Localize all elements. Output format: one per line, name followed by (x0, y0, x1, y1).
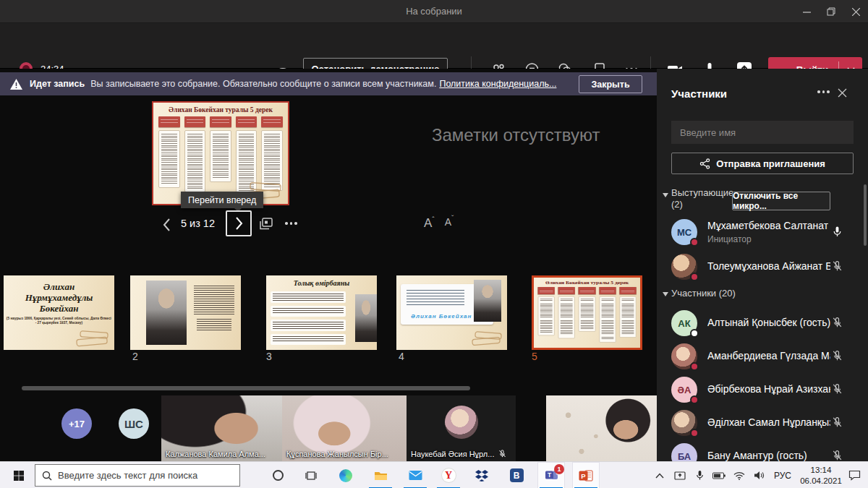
taskbar-search[interactable] (35, 464, 240, 487)
mic-on-icon[interactable] (831, 226, 843, 238)
book-sketch (469, 330, 504, 348)
slide-thumbnail-4[interactable]: Әлихан Бөкейхан (396, 275, 507, 350)
slide-more-options-button[interactable] (285, 222, 297, 225)
participant-row[interactable]: МС Мұхаметбекова Салтанат Инициатор (657, 215, 868, 250)
browse-slides-button[interactable] (258, 215, 275, 236)
time: 13:14 (799, 465, 843, 476)
vk-icon: B (510, 468, 524, 482)
title-bar: На собрании (0, 0, 868, 23)
mic-icon (695, 470, 705, 481)
battery-icon (712, 472, 726, 479)
more-dots-icon (817, 90, 830, 93)
teams-button[interactable]: T 1 (537, 462, 565, 488)
banner-close-button[interactable]: Закрыть (579, 75, 642, 93)
svg-text:P: P (581, 471, 586, 479)
mic-muted-icon[interactable] (831, 260, 843, 273)
restore-button[interactable] (819, 0, 843, 23)
mic-muted-icon[interactable] (831, 350, 843, 362)
current-slide-preview[interactable]: Әлихан Бөкейхан туралы 5 дерек (152, 101, 289, 205)
privacy-policy-link[interactable]: Политика конфиденциаль... (439, 79, 556, 89)
mic-muted-icon[interactable] (831, 416, 843, 429)
powerpoint-icon: P (579, 469, 593, 482)
clock[interactable]: 13:14 06.04.2021 (799, 465, 843, 487)
mail-button[interactable] (401, 462, 429, 488)
participant-row[interactable]: БА Бану Амантур (гость) (657, 440, 868, 461)
tooltip-next: Перейти вперед (181, 192, 263, 208)
next-slide-button[interactable] (226, 210, 252, 236)
cortana-button[interactable] (264, 462, 292, 488)
tray-battery-button[interactable] (709, 462, 729, 488)
recording-banner: Идет запись Вы записываете это собрание.… (0, 72, 657, 95)
slide-thumbnail-1[interactable]: Әлихан Нұрмұхамедұлы Бөкейхан (5 наурыз … (4, 275, 114, 350)
panel-more-button[interactable] (817, 90, 830, 93)
tray-wifi-button[interactable] (729, 462, 749, 488)
edge-icon (339, 469, 352, 482)
vk-button[interactable]: B (503, 462, 530, 488)
close-window-button[interactable] (843, 0, 868, 23)
font-increase-button[interactable]: Aˆ (424, 216, 435, 231)
participant-row[interactable]: АК Алтынай Қонысбек (гость) (657, 307, 868, 341)
taskbar-search-input[interactable] (58, 470, 224, 481)
collapse-speakers-icon[interactable] (663, 193, 668, 197)
invite-label: Отправка приглашения (716, 158, 825, 169)
participant-row[interactable]: Әділхан Самал Нұрланқызы (657, 406, 868, 441)
invite-button[interactable]: Отправка приглашения (671, 153, 854, 174)
dropbox-button[interactable] (468, 462, 495, 488)
video-tile[interactable] (546, 395, 657, 461)
teams-notification-badge: 1 (554, 464, 564, 474)
date: 06.04.2021 (799, 476, 843, 487)
participant-avatar-badge[interactable]: ШС (119, 408, 149, 439)
avatar: АК (671, 310, 697, 336)
video-tile[interactable]: Наукебай Әсия Нұрл... (407, 395, 516, 461)
presentation-stage: Идет запись Вы записываете это собрание.… (0, 69, 657, 461)
slide-thumbnail-5-selected[interactable]: Әлихан Бөкейхан туралы 5 дерек (532, 275, 642, 350)
minimize-button[interactable] (794, 0, 819, 23)
speaker-icon (754, 471, 765, 480)
font-decrease-button[interactable]: Aˇ (445, 216, 454, 231)
wifi-icon (733, 471, 745, 480)
action-center-button[interactable] (842, 462, 867, 488)
participant-row[interactable]: Аманбердиева Гүлзада Магз... (657, 340, 868, 374)
language-indicator[interactable]: РУС (768, 462, 797, 488)
participant-search-input[interactable] (671, 121, 854, 144)
slide-number-2: 2 (132, 351, 138, 362)
cortana-icon (273, 470, 284, 481)
yandex-button[interactable]: Y (435, 462, 462, 488)
video-tile[interactable]: Калжанова Камила Алма... (161, 395, 282, 461)
panel-title: Участники (671, 87, 727, 100)
presence-busy-dot (690, 238, 699, 247)
windows-taskbar: Y B T 1 P (0, 461, 868, 488)
start-button[interactable] (5, 462, 33, 488)
avatar-photo (671, 410, 697, 436)
tray-cast-button[interactable] (670, 462, 690, 488)
slide-thumbnail-3[interactable]: Толық өмірбаяны (266, 275, 377, 350)
participant-row[interactable]: ӘА Әбірбекова Нұрай Азизханқ... (657, 373, 868, 408)
screen-share-icon (674, 471, 686, 481)
mic-muted-icon[interactable] (831, 450, 843, 461)
task-view-button[interactable] (297, 462, 325, 488)
speakers-section-label: Выступающие (671, 187, 733, 198)
participant-row[interactable]: Толеумұханова Айжанат Бал... (657, 250, 868, 285)
file-explorer-button[interactable] (367, 462, 394, 488)
panel-close-button[interactable] (838, 87, 847, 100)
mute-all-button[interactable]: Отключить все микро... (732, 192, 830, 210)
filmstrip-scrollbar[interactable] (22, 386, 470, 390)
video-participant-name: Құспанова Жанылсын Бір... (286, 450, 388, 458)
mic-muted-icon[interactable] (831, 383, 843, 395)
panel-scrollbar[interactable] (864, 184, 867, 246)
tray-mic-button[interactable] (690, 462, 709, 488)
attendees-section-label: Участники (20) (671, 288, 736, 299)
collapse-attendees-icon[interactable] (663, 292, 668, 296)
signature: Әлихан Бөкейхан (411, 313, 472, 320)
notes-placeholder: Заметки отсутствуют (432, 125, 600, 145)
overflow-participants-badge[interactable]: +17 (61, 408, 92, 439)
tray-volume-button[interactable] (749, 462, 768, 488)
slide-thumbnail-2[interactable] (130, 275, 241, 350)
edge-button[interactable] (332, 462, 359, 488)
video-tile[interactable]: Құспанова Жанылсын Бір... (282, 395, 407, 461)
more-dots-icon (285, 222, 297, 225)
tray-expand-button[interactable] (650, 462, 670, 488)
mic-muted-icon[interactable] (831, 317, 843, 329)
previous-slide-button[interactable] (159, 218, 174, 232)
powerpoint-button[interactable]: P (572, 462, 600, 488)
